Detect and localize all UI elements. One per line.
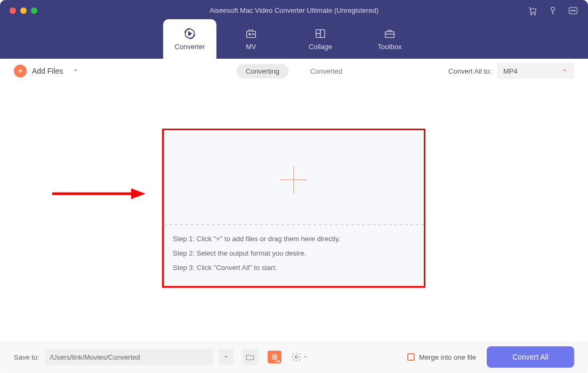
svg-point-0 — [530, 13, 532, 14]
app-window: Aiseesoft Mac Video Converter Ultimate (… — [0, 0, 588, 373]
tab-mv[interactable]: MV — [216, 19, 286, 59]
save-to-label: Save to: — [14, 353, 39, 361]
tab-converting[interactable]: Converting — [236, 64, 289, 78]
svg-point-10 — [249, 33, 251, 35]
tab-collage-label: Collage — [309, 43, 332, 51]
main-tabs: Converter MV Collage Toolbox — [0, 19, 588, 59]
collage-icon — [313, 28, 327, 39]
convert-all-to-group: Convert All to: MP4 — [448, 63, 574, 79]
step-3-text: Step 3: Click "Convert All" to start. — [173, 264, 415, 272]
merge-checkbox[interactable] — [407, 353, 415, 361]
save-path-dropdown[interactable] — [219, 349, 233, 365]
settings-button[interactable] — [291, 349, 308, 365]
save-path-value: /Users/link/Movies/Converted — [50, 353, 140, 361]
svg-point-16 — [273, 356, 275, 358]
svg-marker-14 — [131, 188, 146, 199]
main-content: Step 1: Click "+" to add files or drag t… — [0, 83, 588, 339]
merge-checkbox-group[interactable]: Merge into one file — [407, 353, 476, 361]
divider — [164, 224, 424, 225]
chevron-down-icon[interactable] — [73, 66, 79, 76]
tab-toolbox[interactable]: Toolbox — [355, 19, 424, 59]
footer-bar: Save to: /Users/link/Movies/Converted ON… — [0, 341, 588, 373]
tab-collage[interactable]: Collage — [286, 19, 355, 59]
drop-area[interactable]: Step 1: Click "+" to add files or drag t… — [162, 129, 425, 288]
gear-icon — [291, 352, 302, 362]
header-bar: Aiseesoft Mac Video Converter Ultimate (… — [0, 0, 588, 59]
convert-all-button-label: Convert All — [512, 353, 549, 361]
tab-toolbox-label: Toolbox — [378, 43, 402, 51]
window-title: Aiseesoft Mac Video Converter Ultimate (… — [0, 6, 588, 14]
format-value: MP4 — [503, 67, 518, 75]
format-select[interactable]: MP4 — [497, 63, 574, 79]
tab-converter-label: Converter — [174, 43, 205, 51]
instructions: Step 1: Click "+" to add files or drag t… — [173, 235, 415, 272]
plus-icon — [14, 65, 27, 77]
svg-marker-8 — [189, 31, 191, 35]
toolbox-icon — [383, 28, 397, 39]
convert-all-button[interactable]: Convert All — [487, 346, 574, 368]
chevron-down-icon — [561, 67, 568, 75]
status-tabs: Converting Converted — [236, 64, 352, 78]
mv-icon — [244, 28, 258, 39]
gpu-icon: ON — [268, 351, 281, 363]
add-file-plus-icon[interactable] — [280, 166, 307, 193]
svg-point-1 — [534, 13, 536, 14]
tab-converted[interactable]: Converted — [301, 64, 352, 78]
header-right-icons — [527, 5, 578, 16]
converter-icon — [183, 28, 197, 39]
svg-rect-12 — [385, 31, 394, 37]
step-1-text: Step 1: Click "+" to add files or drag t… — [173, 235, 415, 243]
svg-point-5 — [573, 10, 574, 11]
chevron-down-icon — [303, 354, 308, 360]
convert-all-to-label: Convert All to: — [448, 67, 492, 75]
gpu-accel-button[interactable]: ON — [267, 349, 283, 365]
svg-point-6 — [575, 10, 576, 11]
svg-point-17 — [295, 356, 297, 359]
svg-point-4 — [571, 10, 572, 11]
tab-mv-label: MV — [246, 43, 256, 51]
merge-label: Merge into one file — [419, 353, 476, 361]
svg-point-2 — [551, 7, 555, 11]
tab-converter[interactable]: Converter — [163, 19, 216, 59]
add-files-label: Add Files — [32, 67, 63, 75]
feedback-icon[interactable] — [568, 5, 578, 16]
toolbar: Add Files Converting Converted Convert A… — [0, 59, 588, 83]
key-icon[interactable] — [547, 5, 558, 16]
annotation-arrow — [52, 187, 146, 200]
add-files-button[interactable]: Add Files — [14, 65, 79, 77]
save-path-field[interactable]: /Users/link/Movies/Converted — [45, 349, 213, 365]
cart-icon[interactable] — [527, 5, 538, 16]
step-2-text: Step 2: Select the output format you des… — [173, 249, 415, 257]
open-folder-button[interactable] — [242, 349, 258, 365]
